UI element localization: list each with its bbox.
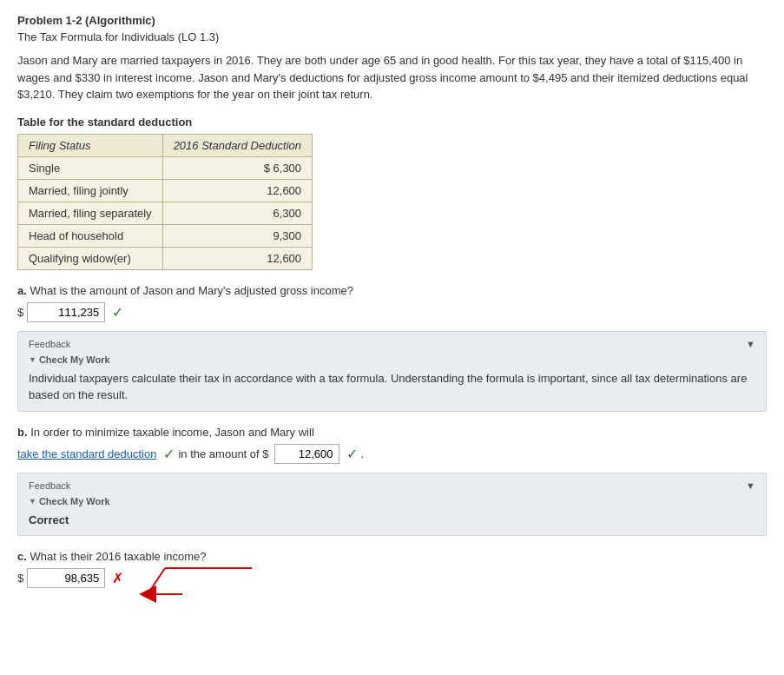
table-row: Married, filing separately6,300 [18,202,313,224]
table-cell-amount: $ 6,300 [162,156,312,179]
feedback-b-triangle-icon: ▼ [29,497,36,506]
red-arrow-graphic [113,559,269,611]
table-cell-status: Married, filing jointly [18,179,163,202]
table-cell-amount: 12,600 [162,247,312,269]
svg-marker-3 [139,586,156,603]
feedback-b-toggle[interactable]: ▼ Check My Work [29,496,755,506]
question-c-section: c. What is their 2016 taxable income? $ … [17,550,767,588]
question-a-section: a. What is the amount of Jason and Mary'… [17,284,767,322]
table-row: Married, filing jointly12,600 [18,179,313,202]
question-a-text: What is the amount of Jason and Mary's a… [30,284,352,297]
question-a-input[interactable] [27,302,105,322]
question-b-answer-row: take the standard deduction ✓ in the amo… [17,444,767,464]
question-b-period: . [361,447,365,460]
question-b-text-middle: in the amount of $ [178,447,268,460]
feedback-b-label: Feedback ▼ [29,480,755,491]
question-a-answer-row: $ ✓ [17,302,767,322]
question-b-amount-check: ✓ [346,446,358,462]
problem-subtitle: The Tax Formula for Individuals (LO 1.3) [17,30,767,43]
question-b-dropdown[interactable]: take the standard deduction [17,447,156,460]
question-c-dollar: $ [17,572,23,585]
table-cell-amount: 9,300 [162,224,312,247]
question-b-text-before: In order to minimize taxable income, Jas… [30,426,314,439]
table-cell-amount: 6,300 [162,202,312,224]
table-cell-status: Qualifying widow(er) [18,247,163,269]
question-b-amount-input[interactable] [274,444,339,464]
feedback-a-toggle[interactable]: ▼ Check My Work [29,354,755,365]
question-a-label: a. [17,284,27,297]
table-header-deduction: 2016 Standard Deduction [162,134,312,156]
feedback-b-chevron[interactable]: ▼ [746,480,755,491]
feedback-a-content: Individual taxpayers calculate their tax… [29,370,755,404]
problem-title: Problem 1-2 (Algorithmic) [17,14,767,27]
question-b-label: b. [17,426,28,439]
question-b-section: b. In order to minimize taxable income, … [17,426,767,464]
question-c-answer-row: $ ✗ [17,568,767,588]
question-c-input[interactable] [27,568,105,588]
table-heading: Table for the standard deduction [17,116,767,129]
table-header-status: Filing Status [18,134,163,156]
table-row: Head of household9,300 [18,224,313,247]
question-a-dollar: $ [17,306,23,319]
table-cell-status: Single [18,156,163,179]
question-b-dropdown-check: ✓ [163,446,175,462]
table-cell-status: Head of household [18,224,163,247]
table-row: Single$ 6,300 [18,156,313,179]
table-cell-amount: 12,600 [162,179,312,202]
feedback-a-box: Feedback ▼ ▼ Check My Work Individual ta… [17,331,767,412]
feedback-a-label: Feedback ▼ [29,339,755,349]
table-row: Qualifying widow(er)12,600 [18,247,313,269]
table-cell-status: Married, filing separately [18,202,163,224]
feedback-a-chevron[interactable]: ▼ [746,339,755,349]
feedback-b-box: Feedback ▼ ▼ Check My Work Correct [17,473,767,537]
feedback-a-triangle-icon: ▼ [29,355,36,364]
question-a-checkmark: ✓ [112,304,123,321]
feedback-b-content: Correct [29,512,755,529]
question-c-label: c. [17,550,27,563]
standard-deduction-table: Filing Status 2016 Standard Deduction Si… [17,134,313,270]
problem-description: Jason and Mary are married taxpayers in … [17,52,767,103]
